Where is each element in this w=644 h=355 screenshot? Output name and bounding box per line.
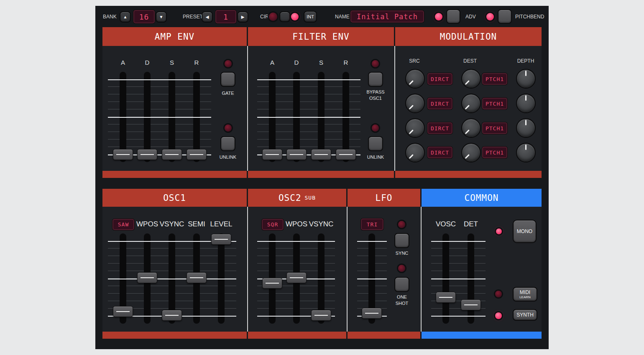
- adv-button[interactable]: [446, 9, 460, 24]
- osc1-vsync-slider[interactable]: [162, 241, 182, 316]
- mod2-dest-knob[interactable]: [461, 94, 481, 113]
- amp-release-label: R: [194, 60, 199, 66]
- amp-attack-slider[interactable]: [113, 79, 133, 155]
- bypass-osc1-button[interactable]: [368, 72, 383, 87]
- slider-handle[interactable]: [286, 272, 307, 283]
- preset-value-display: 1: [215, 10, 236, 23]
- mod1-dest-knob[interactable]: [461, 69, 481, 89]
- mod4-depth-knob[interactable]: [516, 143, 536, 162]
- mod4-dest-knob[interactable]: [461, 143, 481, 162]
- osc1-semi-slider[interactable]: [187, 241, 207, 316]
- knob-tick: [465, 105, 470, 109]
- filter-decay-slider[interactable]: [286, 79, 307, 155]
- mod1-dest-display[interactable]: PTCH1: [482, 73, 507, 85]
- filter-env-header: FILTER ENV: [248, 27, 394, 46]
- osc1-wave-slider[interactable]: [113, 241, 133, 316]
- osc1-wave-button[interactable]: SAW: [112, 219, 134, 230]
- slider-handle[interactable]: [187, 272, 207, 283]
- filter-attack-label: A: [270, 60, 274, 66]
- bypass-osc1-label: BYPASS OSC1: [366, 89, 384, 101]
- slider-handle[interactable]: [162, 310, 182, 321]
- pitchbend-button[interactable]: [498, 9, 512, 24]
- slider-handle[interactable]: [162, 149, 182, 160]
- mod2-depth-knob[interactable]: [516, 94, 536, 113]
- preset-next-button[interactable]: ▶: [237, 11, 248, 23]
- mod4-src-knob[interactable]: [405, 143, 425, 162]
- lfo-sync-button[interactable]: [394, 233, 409, 248]
- pitchbend-led: [486, 13, 494, 20]
- osc2-wave-button[interactable]: SQR: [262, 219, 284, 230]
- mod1-src-knob[interactable]: [405, 69, 425, 89]
- amp-unlink-led: [225, 124, 232, 132]
- filter-sustain-slider[interactable]: [311, 79, 331, 155]
- synth-led: [495, 312, 502, 319]
- mod3-dest-display[interactable]: PTCH1: [482, 122, 507, 134]
- filter-unlink-button[interactable]: [368, 136, 383, 151]
- lfo-wave-button[interactable]: TRI: [361, 218, 383, 230]
- slider-handle[interactable]: [336, 149, 356, 160]
- filter-release-slider[interactable]: [336, 79, 356, 155]
- slider-handle[interactable]: [262, 149, 282, 160]
- lfo-rate-slider[interactable]: [362, 241, 382, 316]
- adv-led: [435, 13, 442, 20]
- slider-handle[interactable]: [311, 149, 331, 160]
- slider-handle[interactable]: [436, 292, 456, 303]
- osc2-wave-slider[interactable]: [262, 241, 282, 316]
- amp-decay-slider[interactable]: [137, 79, 157, 155]
- gate-led: [225, 60, 232, 67]
- filter-unlink-led: [372, 124, 379, 132]
- bank-label: BANK: [103, 14, 117, 20]
- mod4-src-display[interactable]: DIRCT: [427, 147, 452, 158]
- modulation-panel: SRC DEST DEPTH DIRCT PTCH1 DIRCT PTCH1 D…: [395, 46, 542, 171]
- vosc-slider[interactable]: [436, 241, 456, 316]
- int-button[interactable]: INT: [304, 11, 317, 23]
- slider-handle[interactable]: [137, 272, 157, 283]
- amp-unlink-button[interactable]: [220, 136, 235, 151]
- dest-column-label: DEST: [463, 58, 477, 64]
- mod1-src-display[interactable]: DIRCT: [427, 73, 452, 85]
- midi-learn-button-label-2: LEARN: [519, 295, 531, 299]
- slider-handle[interactable]: [311, 310, 331, 321]
- slider-handle[interactable]: [137, 149, 157, 160]
- gate-button[interactable]: [220, 72, 235, 87]
- mod3-src-display[interactable]: DIRCT: [427, 122, 452, 134]
- amp-attack-label: A: [121, 60, 125, 66]
- common-header: COMMON: [422, 189, 542, 207]
- mono-button[interactable]: MONO: [513, 220, 537, 243]
- mod2-src-display[interactable]: DIRCT: [427, 98, 452, 109]
- slider-handle[interactable]: [113, 306, 133, 317]
- midi-learn-button[interactable]: MIDI LEARN: [513, 287, 537, 302]
- osc1-level-slider[interactable]: [211, 241, 231, 316]
- slider-handle[interactable]: [211, 234, 231, 245]
- lfo-sync-label: SYNC: [396, 250, 409, 256]
- slider-handle[interactable]: [187, 149, 207, 160]
- mod2-dest-display[interactable]: PTCH1: [482, 98, 507, 109]
- mod3-dest-knob[interactable]: [461, 118, 481, 138]
- preset-prev-button[interactable]: ◀: [202, 11, 213, 23]
- amp-sustain-slider[interactable]: [162, 79, 182, 155]
- osc2-sub-label: SUB: [305, 195, 316, 201]
- det-slider[interactable]: [461, 241, 481, 316]
- mod3-depth-knob[interactable]: [516, 118, 536, 138]
- synth-button[interactable]: SYNTH: [513, 309, 537, 321]
- patch-name-input[interactable]: Initial Patch: [350, 10, 424, 23]
- slider-handle[interactable]: [286, 149, 307, 160]
- slider-handle[interactable]: [262, 278, 282, 289]
- slider-handle[interactable]: [362, 308, 382, 319]
- one-shot-button[interactable]: [394, 277, 409, 292]
- bank-up-button[interactable]: ▲: [120, 11, 131, 23]
- osc2-vsync-slider[interactable]: [311, 241, 331, 316]
- mod1-depth-knob[interactable]: [516, 69, 536, 89]
- filter-attack-slider[interactable]: [262, 79, 282, 155]
- cir-button[interactable]: [279, 11, 290, 22]
- mod3-src-knob[interactable]: [405, 118, 425, 138]
- common-footer: [422, 332, 542, 339]
- osc1-wpos-slider[interactable]: [137, 241, 157, 316]
- slider-handle[interactable]: [461, 299, 481, 310]
- mod4-dest-display[interactable]: PTCH1: [482, 147, 507, 158]
- slider-handle[interactable]: [113, 149, 133, 160]
- amp-release-slider[interactable]: [187, 79, 207, 155]
- bank-down-button[interactable]: ▼: [156, 11, 167, 23]
- osc2-wpos-slider[interactable]: [286, 241, 307, 316]
- mod2-src-knob[interactable]: [405, 94, 425, 113]
